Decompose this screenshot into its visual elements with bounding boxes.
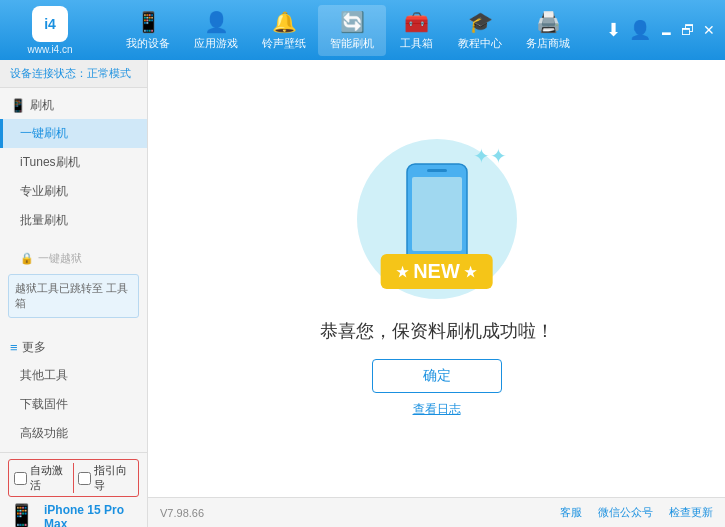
manual-guide-checkbox[interactable] — [78, 472, 91, 485]
sidebar-item-one-key-flash[interactable]: 一键刷机 — [0, 119, 147, 148]
more-section-header: ≡ 更多 — [0, 334, 147, 361]
device-info: iPhone 15 Pro Max 512GB iPhone — [40, 503, 139, 527]
flash-section-icon: 📱 — [10, 98, 26, 113]
tutorial-icon: 🎓 — [468, 10, 493, 34]
footer-wechat[interactable]: 微信公众号 — [598, 505, 653, 520]
auto-row: 自动激活 指引向导 — [8, 459, 139, 497]
toolbox-icon: 🧰 — [404, 10, 429, 34]
more-section: ≡ 更多 其他工具 下载固件 高级功能 — [0, 330, 147, 452]
jailbreak-info-box: 越狱工具已跳转至 工具箱 — [8, 274, 139, 318]
lock-icon: 🔒 — [20, 252, 34, 265]
device-row: 📱 iPhone 15 Pro Max 512GB iPhone — [8, 503, 139, 527]
manual-guide-checkbox-label[interactable]: 指引向导 — [73, 463, 133, 493]
phone-circle: ✦✦ NEW — [357, 139, 517, 299]
status-label: 设备连接状态： — [10, 67, 87, 79]
nav-service[interactable]: 🖨️ 务店商城 — [514, 5, 582, 56]
status-bar: 设备连接状态：正常模式 — [0, 60, 147, 88]
ringtone-icon: 🔔 — [272, 10, 297, 34]
apps-icon: 👤 — [204, 10, 229, 34]
sidebar-disabled-jailbreak: 🔒 一键越狱 — [0, 247, 147, 270]
nav-smart-flash-label: 智能刷机 — [330, 36, 374, 51]
service-icon: 🖨️ — [536, 10, 561, 34]
nav-ringtones[interactable]: 🔔 铃声壁纸 — [250, 5, 318, 56]
user-icon[interactable]: 👤 — [629, 19, 651, 41]
new-badge: NEW — [380, 254, 493, 289]
sidebar-item-pro-flash[interactable]: 专业刷机 — [0, 177, 147, 206]
sidebar-item-itunes-flash[interactable]: iTunes刷机 — [0, 148, 147, 177]
status-value: 正常模式 — [87, 67, 131, 79]
footer-version: V7.98.66 — [160, 507, 204, 519]
phone-small-icon: 📱 — [8, 503, 35, 527]
minimize-icon[interactable]: 🗕 — [659, 22, 673, 38]
nav-smart-flash[interactable]: 🔄 智能刷机 — [318, 5, 386, 56]
nav-toolbox-label: 工具箱 — [400, 36, 433, 51]
nav-apps-label: 应用游戏 — [194, 36, 238, 51]
device-area: 自动激活 指引向导 📱 iPhone 15 Pro Max 512GB iPho… — [0, 452, 147, 527]
nav-my-device[interactable]: 📱 我的设备 — [114, 5, 182, 56]
log-link[interactable]: 查看日志 — [413, 401, 461, 418]
sidebar-item-advanced[interactable]: 高级功能 — [0, 419, 147, 448]
success-text: 恭喜您，保资料刷机成功啦！ — [320, 319, 554, 343]
sidebar-item-download-firmware[interactable]: 下载固件 — [0, 390, 147, 419]
device-icon: 📱 — [136, 10, 161, 34]
svg-rect-1 — [412, 177, 462, 251]
auto-activate-checkbox-label[interactable]: 自动激活 — [14, 463, 69, 493]
sidebar: 设备连接状态：正常模式 📱 刷机 一键刷机 iTunes刷机 专业刷机 批量刷机… — [0, 60, 148, 527]
download-icon[interactable]: ⬇ — [606, 19, 621, 41]
new-badge-text: NEW — [413, 260, 460, 283]
ok-button[interactable]: 确定 — [372, 359, 502, 393]
device-name: iPhone 15 Pro Max — [44, 503, 135, 527]
logo: i4 www.i4.cn — [10, 6, 90, 55]
footer-customer-service[interactable]: 客服 — [560, 505, 582, 520]
nav-apps-games[interactable]: 👤 应用游戏 — [182, 5, 250, 56]
more-section-icon: ≡ — [10, 340, 18, 355]
success-illustration: ✦✦ NEW — [357, 139, 517, 299]
auto-activate-label: 自动激活 — [30, 463, 69, 493]
close-icon[interactable]: ✕ — [703, 22, 715, 38]
footer: V7.98.66 客服 微信公众号 检查更新 — [148, 497, 725, 527]
logo-url: www.i4.cn — [27, 44, 72, 55]
nav-toolbox[interactable]: 🧰 工具箱 — [386, 5, 446, 56]
flash-section-label: 刷机 — [30, 97, 54, 114]
smart-flash-icon: 🔄 — [340, 10, 365, 34]
flash-section: 📱 刷机 一键刷机 iTunes刷机 专业刷机 批量刷机 — [0, 88, 147, 239]
auto-activate-checkbox[interactable] — [14, 472, 27, 485]
footer-check-update[interactable]: 检查更新 — [669, 505, 713, 520]
flash-section-header: 📱 刷机 — [0, 92, 147, 119]
nav-tutorial[interactable]: 🎓 教程中心 — [446, 5, 514, 56]
nav-tutorial-label: 教程中心 — [458, 36, 502, 51]
maximize-icon[interactable]: 🗗 — [681, 22, 695, 38]
svg-rect-3 — [427, 169, 447, 172]
top-nav: 📱 我的设备 👤 应用游戏 🔔 铃声壁纸 🔄 智能刷机 🧰 工具箱 🎓 教程中心… — [90, 5, 606, 56]
header: i4 www.i4.cn 📱 我的设备 👤 应用游戏 🔔 铃声壁纸 🔄 智能刷机… — [0, 0, 725, 60]
sidebar-item-batch-flash[interactable]: 批量刷机 — [0, 206, 147, 235]
nav-ringtones-label: 铃声壁纸 — [262, 36, 306, 51]
header-actions: ⬇ 👤 🗕 🗗 ✕ — [606, 19, 715, 41]
sidebar-item-other-tools[interactable]: 其他工具 — [0, 361, 147, 390]
logo-icon: i4 — [32, 6, 68, 42]
nav-service-label: 务店商城 — [526, 36, 570, 51]
nav-my-device-label: 我的设备 — [126, 36, 170, 51]
manual-guide-label: 指引向导 — [94, 463, 133, 493]
more-section-label: 更多 — [22, 339, 46, 356]
sparkles-icon: ✦✦ — [473, 144, 507, 168]
main-content: ✦✦ NEW 恭喜您，保资料刷机成功啦！ 确定 查看日志 — [148, 60, 725, 497]
